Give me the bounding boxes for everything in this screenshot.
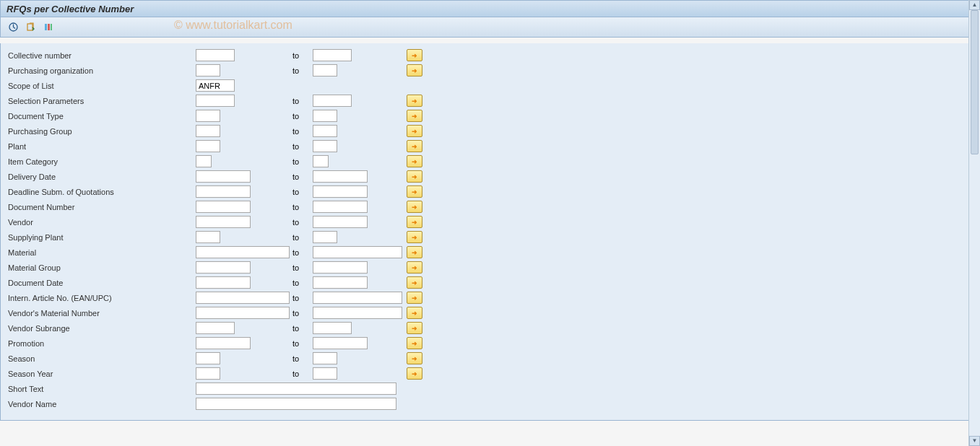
to-label: to xyxy=(292,188,299,196)
label-selection-parameters: Selection Parameters xyxy=(6,97,196,105)
multi-select-plant[interactable] xyxy=(407,140,422,152)
selection-parameters-from[interactable] xyxy=(196,95,235,107)
multi-select-vendor-material-number[interactable] xyxy=(407,307,422,319)
deadline-subm-from[interactable] xyxy=(196,185,251,198)
purchasing-group-to[interactable] xyxy=(313,125,337,137)
to-label: to xyxy=(292,324,299,333)
material-from[interactable] xyxy=(196,246,290,258)
promotion-from[interactable] xyxy=(196,337,251,349)
selection-parameters-to[interactable] xyxy=(313,95,352,107)
purchasing-org-to[interactable] xyxy=(313,64,337,76)
multi-select-material[interactable] xyxy=(407,246,422,258)
multi-select-purchasing-org[interactable] xyxy=(407,64,422,76)
intern-article-no-to[interactable] xyxy=(313,292,402,304)
supplying-plant-from[interactable] xyxy=(196,231,220,243)
multi-select-intern-article-no[interactable] xyxy=(407,292,422,304)
scroll-down-icon[interactable]: ▼ xyxy=(969,436,980,446)
plant-from[interactable] xyxy=(196,140,220,152)
delivery-date-to[interactable] xyxy=(313,170,368,183)
multi-select-deadline-subm[interactable] xyxy=(407,185,422,198)
row-delivery-date: Delivery Date to xyxy=(1,169,979,184)
multi-select-season-year[interactable] xyxy=(407,367,422,380)
execute-icon[interactable] xyxy=(6,21,19,34)
options-icon[interactable] xyxy=(41,21,54,34)
vendor-subrange-to[interactable] xyxy=(313,322,352,334)
multi-select-document-date[interactable] xyxy=(407,276,422,289)
row-deadline-subm: Deadline Subm. of Quotations to xyxy=(1,184,979,199)
season-year-from[interactable] xyxy=(196,367,220,380)
delivery-date-from[interactable] xyxy=(196,170,251,183)
material-group-from[interactable] xyxy=(196,261,251,274)
row-material: Material to xyxy=(1,245,979,260)
supplying-plant-to[interactable] xyxy=(313,231,337,243)
multi-select-selection-parameters[interactable] xyxy=(407,95,422,107)
collective-number-to[interactable] xyxy=(313,49,352,61)
vertical-scrollbar[interactable]: ▲ ▼ xyxy=(968,0,980,446)
row-vendor-material-number: Vendor's Material Number to xyxy=(1,305,979,320)
label-vendor-subrange: Vendor Subrange xyxy=(6,324,196,333)
document-number-from[interactable] xyxy=(196,201,251,213)
row-scope-of-list: Scope of List xyxy=(1,78,979,93)
selection-panel: Collective number to Purchasing organiza… xyxy=(0,43,980,421)
multi-select-collective-number[interactable] xyxy=(407,49,422,61)
vendor-material-number-to[interactable] xyxy=(313,307,402,319)
to-label: to xyxy=(292,248,299,257)
multi-select-season[interactable] xyxy=(407,352,422,364)
scroll-thumb[interactable] xyxy=(971,10,979,154)
document-date-to[interactable] xyxy=(313,276,368,289)
row-material-group: Material Group to xyxy=(1,260,979,275)
vendor-subrange-from[interactable] xyxy=(196,322,235,334)
vendor-name-input[interactable] xyxy=(196,398,396,410)
multi-select-document-type[interactable] xyxy=(407,110,422,122)
row-document-type: Document Type to xyxy=(1,108,979,123)
promotion-to[interactable] xyxy=(313,337,368,349)
scope-of-list-input[interactable] xyxy=(196,79,235,92)
short-text-input[interactable] xyxy=(196,382,396,395)
multi-select-vendor-subrange[interactable] xyxy=(407,322,422,334)
row-item-category: Item Category to xyxy=(1,154,979,169)
multi-select-promotion[interactable] xyxy=(407,337,422,349)
to-label: to xyxy=(292,294,299,302)
plant-to[interactable] xyxy=(313,140,337,152)
label-item-category: Item Category xyxy=(6,157,196,166)
to-label: to xyxy=(292,218,299,227)
intern-article-no-from[interactable] xyxy=(196,292,290,304)
document-date-from[interactable] xyxy=(196,276,251,289)
to-label: to xyxy=(292,370,299,378)
vendor-from[interactable] xyxy=(196,216,251,228)
item-category-from[interactable] xyxy=(196,155,212,167)
season-to[interactable] xyxy=(313,352,337,364)
label-deadline-subm: Deadline Subm. of Quotations xyxy=(6,188,196,196)
label-vendor: Vendor xyxy=(6,218,196,227)
scroll-up-icon[interactable]: ▲ xyxy=(969,0,980,10)
document-type-to[interactable] xyxy=(313,110,337,122)
season-from[interactable] xyxy=(196,352,220,364)
multi-select-item-category[interactable] xyxy=(407,155,422,167)
season-year-to[interactable] xyxy=(313,367,337,380)
to-label: to xyxy=(292,97,299,105)
vendor-material-number-from[interactable] xyxy=(196,307,290,319)
label-vendor-name: Vendor Name xyxy=(6,400,196,408)
multi-select-material-group[interactable] xyxy=(407,261,422,274)
document-type-from[interactable] xyxy=(196,110,220,122)
to-label: to xyxy=(292,157,299,166)
item-category-to[interactable] xyxy=(313,155,329,167)
row-vendor-name: Vendor Name xyxy=(1,396,979,411)
multi-select-supplying-plant[interactable] xyxy=(407,231,422,243)
purchasing-group-from[interactable] xyxy=(196,125,220,137)
material-group-to[interactable] xyxy=(313,261,368,274)
row-intern-article-no: Intern. Article No. (EAN/UPC) to xyxy=(1,290,979,305)
multi-select-document-number[interactable] xyxy=(407,201,422,213)
multi-select-purchasing-group[interactable] xyxy=(407,125,422,137)
deadline-subm-to[interactable] xyxy=(313,185,368,198)
row-vendor: Vendor to xyxy=(1,214,979,229)
label-purchasing-group: Purchasing Group xyxy=(6,127,196,136)
material-to[interactable] xyxy=(313,246,402,258)
multi-select-vendor[interactable] xyxy=(407,216,422,228)
purchasing-org-from[interactable] xyxy=(196,64,220,76)
collective-number-from[interactable] xyxy=(196,49,235,61)
vendor-to[interactable] xyxy=(313,216,368,228)
document-number-to[interactable] xyxy=(313,201,368,213)
multi-select-delivery-date[interactable] xyxy=(407,170,422,183)
get-variant-icon[interactable] xyxy=(24,21,37,34)
